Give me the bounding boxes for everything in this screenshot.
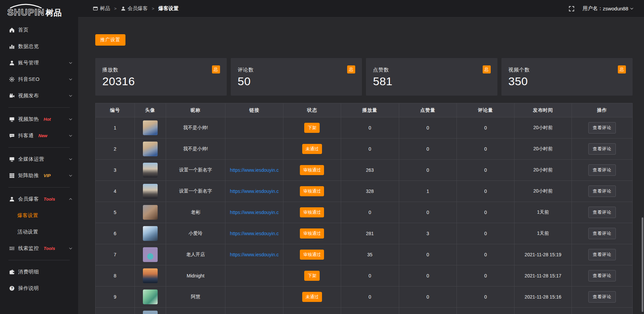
breadcrumb-item-member-baoke[interactable]: 会员爆客 [121, 5, 148, 12]
status-badge[interactable]: 审核通过 [300, 250, 324, 260]
sidebar-divider [8, 147, 70, 148]
sidebar-item-baoke-settings[interactable]: 爆客设置 [0, 207, 78, 224]
sidebar-item-video-publish[interactable]: 视频发布 [0, 88, 78, 104]
view-comments-button[interactable]: 查看评论 [588, 186, 616, 197]
action-cell: 查看评论 [572, 181, 633, 202]
window-icon [93, 6, 98, 11]
table-row: 9阿慧未通过0002021-11-28 15:16查看评论 [96, 286, 633, 308]
videos-table: 编号头像昵称链接状态播放量点赞量评论量发布时间操作 1我不是小帅!下架00020… [95, 103, 633, 314]
link-cell: https://www.iesdouyin.c [225, 160, 283, 181]
view-comments-button[interactable]: 查看评论 [588, 207, 616, 218]
likes-cell: 1 [399, 181, 457, 202]
brand-logo[interactable]: SHUPIN 树品 [0, 0, 78, 21]
status-badge[interactable]: 审核通过 [300, 228, 324, 239]
publish-time-cell: 2021-11-28 15:19 [514, 244, 572, 265]
chevron-down-icon [68, 173, 73, 178]
sidebar-item-clue-monitor[interactable]: 线索监控Tools [0, 240, 78, 257]
page-scrollbar[interactable] [642, 217, 643, 312]
sidebar-item-label: 线索监控 [18, 245, 39, 252]
sidebar-item-badge: New [39, 133, 48, 138]
status-cell: 审核通过 [283, 181, 341, 202]
video-link[interactable]: https://www.iesdouyin.c [230, 210, 279, 215]
sidebar-item-matrix-boost[interactable]: 矩阵助推VIP [0, 167, 78, 184]
avatar-cell [135, 223, 166, 244]
status-badge[interactable]: 审核通过 [300, 207, 324, 217]
status-badge[interactable]: 审核通过 [300, 165, 324, 175]
action-cell: 查看评论 [572, 286, 633, 308]
status-badge[interactable]: 未通过 [302, 292, 322, 302]
table-wrap: 编号头像昵称链接状态播放量点赞量评论量发布时间操作 1我不是小帅!下架00020… [95, 103, 633, 314]
avatar [143, 205, 158, 220]
view-comments-button[interactable]: 查看评论 [588, 270, 616, 281]
stat-cards: 播放数20316总评论数50总点赞数581总视频个数350总 [95, 58, 633, 96]
video-link[interactable]: https://www.iesdouyin.c [230, 231, 279, 236]
column-header: 点赞量 [399, 103, 457, 117]
nickname-cell: 我不是小帅! [166, 139, 225, 160]
status-badge[interactable]: 审核通过 [300, 186, 324, 196]
sidebar-item-account-manage[interactable]: 账号管理 [0, 55, 78, 71]
likes-cell: 0 [399, 244, 457, 265]
status-cell: 审核通过 [283, 223, 341, 244]
sidebar-item-label: 首页 [18, 27, 29, 33]
total-badge: 总 [212, 65, 220, 73]
total-badge: 总 [618, 65, 626, 73]
row-id-cell: 8 [96, 265, 135, 286]
sidebar-item-badge: Hot [44, 117, 51, 122]
sidebar-nav: 首页数据总览账号管理抖音SEO视频发布视频加热Hot抖客通New全媒体运营矩阵助… [0, 21, 78, 297]
avatar-cell [135, 181, 166, 202]
nickname-cell: 老人开店 [166, 244, 225, 265]
sidebar-item-member-baoke[interactable]: 会员爆客Tools [0, 191, 78, 207]
grid-icon [9, 173, 15, 178]
avatar [143, 120, 158, 135]
sidebar-item-home[interactable]: 首页 [0, 22, 78, 38]
comments-cell: 0 [457, 181, 514, 202]
stat-card-plays: 播放数20316总 [95, 58, 227, 96]
breadcrumb-item-shupin[interactable]: 树品 [93, 5, 110, 12]
app-window: SHUPIN 树品 首页数据总览账号管理抖音SEO视频发布视频加热Hot抖客通N… [0, 0, 644, 314]
view-comments-button[interactable]: 查看评论 [588, 249, 616, 260]
user-menu[interactable]: 用户名： zswodun88 [583, 5, 634, 12]
breadcrumb-label: 树品 [100, 5, 110, 12]
breadcrumb-separator: > [152, 6, 155, 11]
breadcrumb-item-baoke-settings: 爆客设置 [158, 5, 178, 12]
column-header: 状态 [283, 103, 341, 117]
sidebar-item-consume-detail[interactable]: 消费明细 [0, 264, 78, 280]
likes-cell: 0 [399, 160, 457, 181]
view-comments-button[interactable]: 查看评论 [588, 143, 616, 155]
username-prefix: 用户名： [583, 5, 603, 12]
sidebar-item-douketong[interactable]: 抖客通New [0, 127, 78, 144]
column-header: 操作 [572, 103, 633, 117]
video-link[interactable]: https://www.iesdouyin.c [230, 252, 279, 257]
likes-cell: 0 [399, 117, 457, 139]
status-badge[interactable]: 下架 [304, 271, 320, 281]
table-row: 5老彬https://www.iesdouyin.c审核通过0001天前查看评论 [96, 202, 633, 223]
monitor-icon [9, 156, 15, 162]
nickname-cell [166, 308, 225, 314]
action-cell: 查看评论 [572, 244, 633, 265]
column-header: 播放量 [341, 103, 399, 117]
promotion-settings-button[interactable]: 推广设置 [95, 34, 125, 46]
stat-card-label: 视频个数 [508, 67, 626, 73]
sidebar-item-video-heat[interactable]: 视频加热Hot [0, 111, 78, 127]
view-comments-button[interactable]: 查看评论 [588, 122, 616, 134]
sidebar-item-all-media[interactable]: 全媒体运营 [0, 151, 78, 167]
status-badge[interactable]: 下架 [304, 123, 320, 133]
sidebar-divider [8, 187, 70, 188]
sidebar-item-activity-settings[interactable]: 活动设置 [0, 224, 78, 240]
status-badge[interactable]: 未通过 [302, 144, 322, 154]
sidebar-item-data-overview[interactable]: 数据总览 [0, 38, 78, 55]
avatar [143, 226, 158, 241]
view-comments-button[interactable]: 查看评论 [588, 164, 616, 176]
avatar [143, 268, 158, 283]
sidebar-item-douyin-seo[interactable]: 抖音SEO [0, 71, 78, 88]
sidebar-item-operation-guide[interactable]: ?操作说明 [0, 280, 78, 297]
total-badge: 总 [347, 65, 355, 73]
table-row [96, 308, 633, 314]
video-link[interactable]: https://www.iesdouyin.c [230, 189, 279, 194]
view-comments-button[interactable]: 查看评论 [588, 228, 616, 239]
sidebar-item-label: 视频发布 [18, 93, 39, 99]
video-link[interactable]: https://www.iesdouyin.c [230, 167, 279, 173]
fullscreen-icon[interactable] [569, 6, 575, 12]
view-comments-button[interactable]: 查看评论 [588, 291, 616, 303]
chevron-down-icon [630, 6, 634, 11]
